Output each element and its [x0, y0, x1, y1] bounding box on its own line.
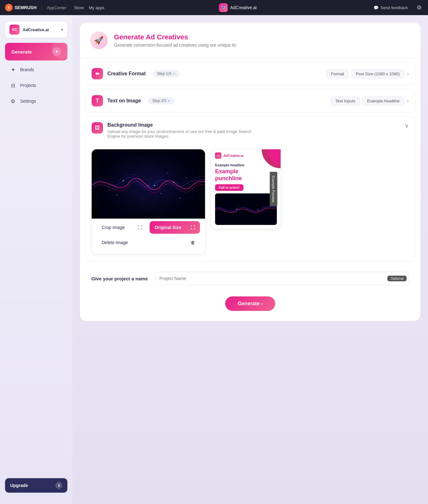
step1-chevron-icon: › — [407, 71, 409, 77]
generate-btn-icon: ✦ — [52, 47, 61, 56]
main-layout: AC AdCreative.ai ▾ Generate ✦ ✦ Brands ⊟… — [0, 15, 428, 504]
step1-format-tag: Format — [326, 69, 349, 78]
brand-selector[interactable]: AC AdCreative.ai ▾ — [5, 21, 67, 38]
semrush-logo[interactable]: S SEMRUSH — [5, 4, 37, 11]
semrush-brand-text: SEMRUSH — [14, 5, 37, 10]
step1-title: Creative Format — [107, 71, 146, 77]
bg-section-left: 🖼 Background Image Upload any image for … — [92, 122, 265, 139]
upgrade-button[interactable]: Upgrade ℹ — [5, 478, 67, 493]
svg-point-1 — [123, 180, 124, 181]
brand-logo-small: AC — [9, 25, 20, 35]
step2-icon: T — [92, 95, 103, 106]
delete-row: Delete Image 🗑 — [94, 236, 203, 250]
nav-myapps[interactable]: My apps — [89, 5, 104, 10]
project-input-wrapper: Optional — [154, 272, 409, 285]
step2-badge-text: Step 2/3 — [152, 99, 166, 103]
svg-point-6 — [161, 193, 162, 194]
image-area: Crop Image ⛶ Original Size ⛶ — [85, 144, 415, 261]
step1-postsize-tag: Post Size (1080 x 1080) — [351, 69, 404, 78]
step2-chevron-icon: › — [407, 98, 409, 104]
preview-brand-name: AdCreative.ai — [223, 154, 243, 158]
sidebar-item-brands[interactable]: ✦ Brands — [5, 63, 67, 76]
svg-point-7 — [186, 177, 186, 178]
crop-image-button[interactable]: Crop Image ⛶ — [97, 221, 147, 234]
collapse-icon[interactable]: ∨ — [405, 122, 409, 129]
header-rocket-icon: 🚀 — [90, 32, 108, 49]
top-navigation: S SEMRUSH AppCenter Store My apps 🔮 AdCr… — [0, 0, 428, 15]
svg-point-14 — [192, 188, 193, 189]
bg-description: Upload any image for your product/servic… — [107, 129, 265, 139]
feedback-label: Send feedback — [380, 5, 408, 10]
generate-label: Generate — [11, 49, 32, 54]
delete-icon: 🗑 — [191, 240, 195, 245]
topnav-right: 💬 Send feedback ⚙ — [371, 3, 423, 12]
optional-badge: Optional — [387, 276, 407, 281]
project-name-input[interactable] — [154, 272, 409, 285]
settings-nav-icon: ⚙ — [9, 98, 16, 105]
page-header: 🚀 Generate Ad Creatives Generate convers… — [80, 23, 420, 58]
original-icon: ⛶ — [191, 225, 195, 230]
svg-point-2 — [148, 185, 149, 186]
appcenter-label: AppCenter — [47, 5, 66, 10]
header-text: Generate Ad Creatives Generate conversio… — [114, 33, 237, 48]
step2-textinputs-tag: Text Inputs — [331, 96, 360, 106]
step2-badge: Step 2/3 ✓ — [148, 97, 174, 104]
step1-icon: ✏ — [92, 68, 103, 79]
nav-store[interactable]: Store — [74, 5, 84, 10]
background-icon: 🖼 — [92, 122, 103, 134]
preview-headline: Example headline — [215, 163, 277, 167]
svg-point-3 — [173, 182, 174, 183]
step2-headline-tag: Example headline — [362, 96, 404, 106]
step1-badge-text: Step 1/3 — [157, 72, 171, 76]
generate-main-button[interactable]: Generate › — [225, 296, 275, 311]
step1-creative-format[interactable]: ✏ Creative Format Step 1/3 ✓ Format Post… — [85, 62, 415, 85]
delete-label: Delete Image — [102, 240, 128, 245]
bg-title: Background Image — [107, 122, 265, 128]
steps-container: ✏ Creative Format Step 1/3 ✓ Format Post… — [80, 62, 420, 112]
brands-icon: ✦ — [9, 66, 16, 73]
projects-icon: ⊟ — [9, 82, 16, 89]
sidebar-item-projects[interactable]: ⊟ Projects — [5, 79, 67, 92]
preview-image — [215, 193, 277, 225]
crop-delete-row: Crop Image ⛶ Original Size ⛶ — [94, 221, 203, 235]
project-name-label: Give your project a name — [91, 276, 148, 281]
step2-left: T Text on Image Step 2/3 ✓ — [92, 95, 174, 106]
nav-divider — [42, 4, 42, 11]
image-frame: Crop Image ⛶ Original Size ⛶ — [92, 149, 205, 254]
svg-point-5 — [135, 174, 136, 175]
content-card: 🚀 Generate Ad Creatives Generate convers… — [80, 23, 420, 321]
app-icon-badge: 🔮 — [219, 3, 228, 12]
bg-section-header: 🖼 Background Image Upload any image for … — [85, 117, 415, 144]
project-name-section: Give your project a name Optional — [80, 266, 420, 291]
topnav-center: 🔮 AdCreative.ai — [109, 3, 366, 12]
generate-sidebar-button[interactable]: Generate ✦ — [5, 43, 67, 60]
svg-point-13 — [180, 198, 180, 199]
brand-selector-left: AC AdCreative.ai — [9, 25, 49, 35]
preview-cta-button[interactable]: Call to action! — [215, 184, 243, 191]
punchline-line1: Example — [215, 168, 238, 175]
sidebar-item-settings[interactable]: ⚙ Settings — [5, 94, 67, 108]
sidebar-projects-label: Projects — [20, 83, 36, 88]
step1-left: ✏ Creative Format Step 1/3 ✓ — [92, 68, 180, 79]
bg-text: Background Image Upload any image for yo… — [107, 122, 265, 139]
page-description: Generate conversion-focused ad creatives… — [114, 43, 237, 48]
preview-dna-wave — [215, 193, 277, 225]
svg-point-18 — [236, 209, 237, 210]
settings-icon[interactable]: ⚙ — [415, 3, 423, 12]
original-size-button[interactable]: Original Size ⛶ — [150, 221, 200, 234]
send-feedback-button[interactable]: 💬 Send feedback — [371, 4, 410, 11]
step2-right: Text Inputs Example headline › — [331, 96, 409, 106]
step1-badge: Step 1/3 ✓ — [153, 70, 180, 77]
svg-point-19 — [258, 209, 259, 210]
step2-title: Text on Image — [107, 98, 141, 104]
main-content: 🚀 Generate Ad Creatives Generate convers… — [72, 15, 428, 504]
example-preview-tab[interactable]: Example Preview — [270, 172, 277, 206]
upgrade-icon: ℹ — [55, 482, 62, 489]
app-name: AdCreative.ai — [230, 5, 257, 10]
svg-point-10 — [142, 198, 142, 198]
preview-panel: AC AdCreative.ai Example headline Exampl… — [211, 149, 281, 229]
delete-image-button[interactable]: Delete Image 🗑 — [97, 236, 200, 249]
step2-text-on-image[interactable]: T Text on Image Step 2/3 ✓ Text Inputs E… — [85, 89, 415, 112]
dna-wave-background — [92, 149, 205, 219]
feedback-icon: 💬 — [374, 5, 379, 10]
